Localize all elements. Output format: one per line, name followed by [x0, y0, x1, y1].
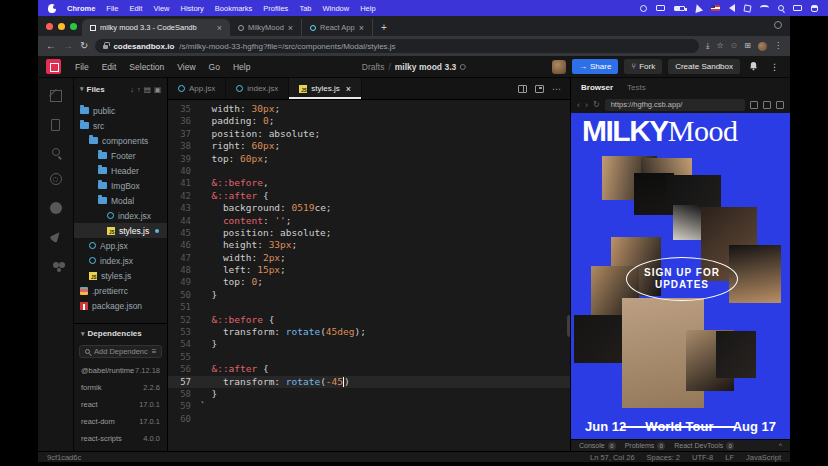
code-line[interactable]: 44 content: '';: [168, 215, 570, 227]
close-window-button[interactable]: [46, 23, 53, 30]
minimize-window-button[interactable]: [58, 23, 65, 30]
responsive-mode-icon[interactable]: [750, 101, 758, 109]
header-more-icon[interactable]: ⋮: [767, 62, 782, 72]
menubar-item-chrome[interactable]: Chrome: [67, 4, 95, 13]
browser-tab[interactable]: milky mood 3.3 - CodeSandb×: [82, 19, 230, 36]
sandbox-icon[interactable]: [50, 90, 62, 102]
notifications-bell-icon[interactable]: [746, 61, 761, 73]
menu-file[interactable]: File: [75, 62, 89, 72]
code-line[interactable]: 50 }: [168, 289, 570, 301]
preview-tab-tests[interactable]: Tests: [627, 83, 646, 92]
devtools-problems[interactable]: Problems0: [625, 442, 666, 450]
tree-item-components[interactable]: components: [74, 133, 167, 148]
code-line[interactable]: 43 background: 0519ce;: [168, 202, 570, 214]
privacy-icon[interactable]: [460, 64, 466, 70]
code-line[interactable]: 55: [168, 351, 570, 363]
status-item[interactable]: Spaces: 2: [647, 453, 680, 462]
address-bar[interactable]: codesandbox.io/s/milky-mood-33-hgfhg?fil…: [95, 39, 698, 53]
menubar-item-bookmarks[interactable]: Bookmarks: [215, 4, 253, 13]
code-line[interactable]: 52 &::before {: [168, 314, 570, 326]
devtools-expand-icon[interactable]: ^: [779, 442, 782, 449]
code-line[interactable]: 39 top: 60px;: [168, 153, 570, 165]
menu-help[interactable]: Help: [233, 62, 250, 72]
menu-edit[interactable]: Edit: [102, 62, 117, 72]
code-line[interactable]: 53 transform: rotate(45deg);: [168, 326, 570, 338]
code-line[interactable]: 58 }: [168, 388, 570, 400]
code-line[interactable]: 35 width: 30px;: [168, 103, 570, 115]
bluetooth-icon[interactable]: [743, 4, 751, 12]
window-controls[interactable]: [46, 23, 77, 30]
status-item[interactable]: JavaScript: [746, 453, 781, 462]
collapse-caret-icon[interactable]: ▾: [80, 85, 84, 93]
menu-selection[interactable]: Selection: [129, 62, 164, 72]
settings-icon[interactable]: [50, 173, 62, 185]
editor-tab-App.jsx[interactable]: App.jsx: [168, 78, 226, 99]
code-line[interactable]: 36 padding: 0;: [168, 115, 570, 127]
menubar-item-help[interactable]: Help: [360, 4, 375, 13]
menubar-item-profiles[interactable]: Profiles: [263, 4, 288, 13]
deps-caret-icon[interactable]: ▾: [81, 330, 85, 338]
file-explorer-icon[interactable]: [51, 119, 60, 131]
tree-item-src[interactable]: src: [74, 118, 167, 133]
preview-forward-icon[interactable]: ›: [585, 100, 588, 110]
menu-go[interactable]: Go: [209, 62, 220, 72]
code-line[interactable]: 45 position: absolute;: [168, 227, 570, 239]
sandbox-title[interactable]: milky mood 3.3: [395, 62, 456, 72]
offline-icon[interactable]: ⊙: [731, 42, 738, 50]
search-icon[interactable]: [52, 148, 60, 156]
github-icon[interactable]: [50, 202, 62, 214]
open-preview-icon[interactable]: [535, 85, 544, 93]
code-line[interactable]: 57 transform: rotate(-45): [168, 376, 570, 388]
status-item[interactable]: LF: [725, 453, 734, 462]
menubar-item-edit[interactable]: Edit: [129, 4, 142, 13]
preview-back-icon[interactable]: ‹: [577, 100, 580, 110]
tree-item-styles.js[interactable]: JSstyles.js: [74, 223, 167, 238]
code-line[interactable]: 56 &::after {: [168, 363, 570, 375]
menu-view[interactable]: View: [177, 62, 195, 72]
new-tab-button[interactable]: +: [381, 22, 387, 36]
menubar-item-window[interactable]: Window: [322, 4, 349, 13]
code-line[interactable]: 37 position: absolute;: [168, 128, 570, 140]
code-line[interactable]: 46 height: 33px;: [168, 239, 570, 251]
tab-search-icon[interactable]: [774, 21, 782, 29]
tab-close-icon[interactable]: ×: [359, 23, 364, 33]
control-center-icon[interactable]: [811, 5, 818, 12]
code-line[interactable]: 47 width: 2px;: [168, 252, 570, 264]
tree-item-index.jsx[interactable]: index.jsx: [74, 208, 167, 223]
code-line[interactable]: 41 &::before,: [168, 177, 570, 189]
devtools-react-devtools[interactable]: React DevTools0: [674, 442, 734, 450]
live-icon[interactable]: [53, 262, 59, 268]
zoom-window-button[interactable]: [70, 23, 77, 30]
tree-item-public[interactable]: public: [74, 103, 167, 118]
display-icon[interactable]: [793, 5, 802, 11]
add-dependency-input[interactable]: Add Dependenc ≡: [79, 345, 162, 358]
status-item[interactable]: UTF-8: [692, 453, 713, 462]
dependency-row[interactable]: react-dom17.0.1: [74, 413, 167, 430]
download-icon[interactable]: ↓: [130, 85, 134, 94]
code-line[interactable]: 40: [168, 165, 570, 177]
code-line[interactable]: 38 right: 60px;: [168, 140, 570, 152]
cursor-icon[interactable]: [693, 3, 703, 13]
avatar-icon[interactable]: [758, 42, 767, 51]
tab-close-icon[interactable]: ×: [346, 84, 351, 94]
share-button[interactable]: →Share: [572, 59, 618, 74]
devtools-console[interactable]: Console0: [579, 442, 616, 450]
install-icon[interactable]: ⤓: [706, 42, 710, 50]
dependency-list-icon[interactable]: ≡: [152, 347, 157, 356]
tree-item-package.json[interactable]: package.json: [74, 298, 167, 313]
star-icon[interactable]: ☆: [716, 42, 723, 50]
flag-icon[interactable]: [711, 5, 720, 11]
dependencies-header[interactable]: ▾ Dependencies: [74, 323, 167, 343]
record-icon[interactable]: [640, 5, 647, 12]
battery-icon[interactable]: [674, 6, 685, 11]
reload-icon[interactable]: ↻: [80, 41, 88, 51]
upload-icon[interactable]: ↑: [137, 85, 141, 94]
deployment-icon[interactable]: [48, 229, 63, 244]
status-item[interactable]: Ln 57, Col 26: [590, 453, 635, 462]
dependency-row[interactable]: @babel/runtime7.12.18: [74, 362, 167, 379]
code-area[interactable]: 35 width: 30px;36 padding: 0;37 position…: [168, 100, 570, 451]
dependency-row[interactable]: react17.0.1: [74, 396, 167, 413]
signup-button[interactable]: SIGN UP FOR UPDATES: [626, 257, 738, 301]
tree-item-.prettierrc[interactable]: .prettierrc: [74, 283, 167, 298]
new-folder-icon[interactable]: ▣: [154, 85, 161, 94]
